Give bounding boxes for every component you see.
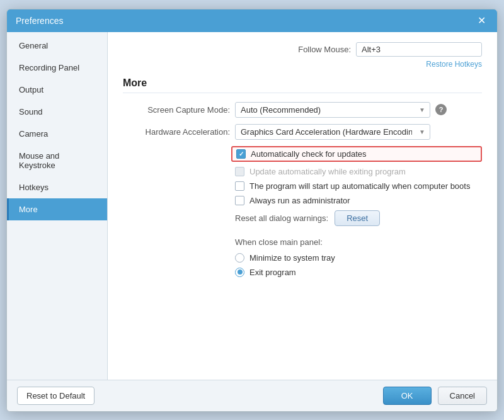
admin-checkbox[interactable] — [235, 196, 244, 205]
dialog-footer: Reset to Default OK Cancel — [7, 380, 497, 411]
exit-label: Exit program — [249, 268, 296, 277]
update-auto-label: Update automatically while exiting progr… — [249, 167, 406, 176]
update-auto-checkbox[interactable] — [235, 167, 244, 176]
startup-checkbox[interactable] — [235, 181, 244, 191]
help-icon[interactable]: ? — [435, 104, 447, 115]
reset-default-button[interactable]: Reset to Default — [17, 387, 94, 405]
follow-mouse-label: Follow Mouse: — [298, 45, 351, 54]
preferences-dialog: Preferences ✕ General Recording Panel Ou… — [6, 9, 498, 412]
reset-dialog-row: Reset all dialog warnings: Reset — [235, 210, 482, 226]
sidebar-item-camera[interactable]: Camera — [7, 123, 107, 145]
close-panel-label: When close main panel: — [235, 237, 482, 247]
hardware-accel-select-wrapper: Graphics Card Acceleration (Hardware Enc… — [235, 124, 430, 140]
dialog-body: General Recording Panel Output Sound Cam… — [7, 32, 497, 380]
exit-radio[interactable] — [235, 268, 244, 277]
startup-label: The program will start up automatically … — [249, 181, 470, 191]
close-panel-section: When close main panel: Minimize to syste… — [235, 237, 482, 277]
sidebar-item-hotkeys[interactable]: Hotkeys — [7, 176, 107, 198]
hardware-accel-select[interactable]: Graphics Card Acceleration (Hardware Enc… — [235, 124, 430, 140]
hardware-accel-label: Hardware Acceleration: — [123, 127, 230, 137]
admin-label: Always run as administrator — [249, 196, 350, 205]
auto-check-updates-label: Automatically check for updates — [251, 149, 367, 159]
minimize-label: Minimize to system tray — [249, 253, 335, 263]
follow-mouse-row: Follow Mouse: — [123, 42, 482, 57]
follow-mouse-input[interactable] — [356, 42, 482, 57]
sidebar-item-more[interactable]: More — [7, 198, 107, 220]
hardware-accel-row: Hardware Acceleration: Graphics Card Acc… — [123, 124, 482, 140]
main-content: Follow Mouse: Restore Hotkeys More Scree… — [108, 32, 497, 380]
close-button[interactable]: ✕ — [475, 14, 488, 27]
cancel-button[interactable]: Cancel — [438, 387, 487, 405]
admin-row: Always run as administrator — [235, 196, 482, 205]
sidebar-item-general[interactable]: General — [7, 35, 107, 57]
screen-capture-row: Screen Capture Mode: Auto (Recommended) … — [123, 102, 482, 118]
screen-capture-select-wrapper: Auto (Recommended) ▼ — [235, 102, 430, 118]
sidebar-item-sound[interactable]: Sound — [7, 101, 107, 123]
sidebar-item-mouse-keystroke[interactable]: Mouse and Keystroke — [7, 145, 107, 176]
restore-hotkeys-link[interactable]: Restore Hotkeys — [426, 60, 482, 69]
minimize-row: Minimize to system tray — [235, 253, 482, 263]
screen-capture-label: Screen Capture Mode: — [123, 105, 230, 115]
sidebar-item-recording-panel[interactable]: Recording Panel — [7, 57, 107, 79]
sidebar-item-output[interactable]: Output — [7, 79, 107, 101]
minimize-radio[interactable] — [235, 253, 244, 263]
reset-dialog-label: Reset all dialog warnings: — [235, 213, 328, 223]
auto-check-updates-checkbox[interactable] — [236, 149, 246, 159]
ok-button[interactable]: OK — [383, 387, 432, 405]
dialog-title: Preferences — [16, 16, 63, 26]
exit-row: Exit program — [235, 268, 482, 277]
section-title: More — [123, 77, 482, 93]
update-auto-row: Update automatically while exiting progr… — [235, 167, 482, 176]
reset-dialog-button[interactable]: Reset — [335, 210, 380, 226]
startup-row: The program will start up automatically … — [235, 181, 482, 191]
footer-right-buttons: OK Cancel — [383, 387, 487, 405]
screen-capture-select[interactable]: Auto (Recommended) — [235, 102, 430, 118]
auto-check-updates-row: Automatically check for updates — [231, 146, 482, 162]
sidebar: General Recording Panel Output Sound Cam… — [7, 32, 108, 380]
title-bar: Preferences ✕ — [7, 9, 497, 32]
